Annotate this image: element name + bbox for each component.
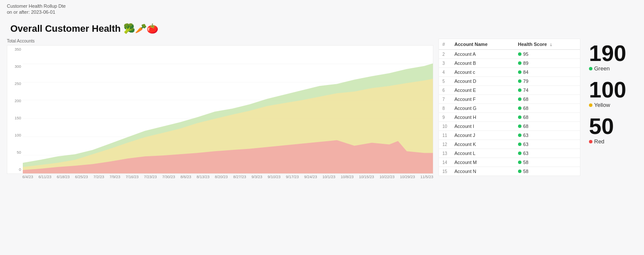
- score-dot: [518, 115, 521, 119]
- red-dot: [589, 140, 592, 143]
- stat-yellow: 100 Yellow: [589, 79, 637, 108]
- score-dot: [518, 61, 521, 65]
- table-row: 13 Account L 63: [439, 149, 580, 158]
- score-dot: [518, 52, 521, 56]
- score-dot: [518, 79, 521, 83]
- yellow-label: Yellow: [589, 102, 637, 108]
- table-row: 4 Account c 84: [439, 68, 580, 77]
- table-row: 11 Account J 63: [439, 131, 580, 140]
- red-count: 50: [589, 115, 637, 137]
- table-row: 9 Account H 68: [439, 113, 580, 122]
- table-row: 10 Account I 68: [439, 122, 580, 131]
- table-row: 12 Account K 63: [439, 140, 580, 149]
- score-dot: [518, 134, 521, 137]
- score-dot: [518, 70, 521, 74]
- score-dot: [518, 106, 521, 110]
- filter-text: on or after: 2023-06-01: [0, 9, 644, 18]
- table-row: 5 Account D 79: [439, 77, 580, 86]
- table-row: 3 Account B 89: [439, 59, 580, 68]
- table-row: 7 Account F 68: [439, 95, 580, 104]
- table-row: 2 Account A 95: [439, 50, 580, 59]
- score-dot: [518, 152, 521, 155]
- yellow-dot: [589, 103, 592, 107]
- y-axis-label: Total Accounts: [7, 39, 433, 43]
- col-account: Account Name: [451, 39, 515, 50]
- chart-svg-container: [23, 46, 433, 173]
- table-row: 16 Account O 53: [439, 176, 580, 176]
- content-area: Total Accounts 0 50 100 150 200 250 300 …: [0, 39, 644, 179]
- score-dot: [518, 161, 521, 164]
- red-label: Red: [589, 138, 637, 145]
- score-dot: [518, 170, 521, 173]
- y-axis-labels: 0 50 100 150 200 250 300 350: [7, 46, 23, 173]
- stat-red: 50 Red: [589, 115, 637, 145]
- page-title: Customer Health Rollup Dte: [0, 0, 644, 9]
- col-number: #: [439, 39, 451, 50]
- table-row: 6 Account E 74: [439, 86, 580, 95]
- table-row: 15 Account N 58: [439, 167, 580, 176]
- green-count: 190: [589, 42, 637, 64]
- main-heading: Overall Customer Health 🥦🥕🍅: [0, 18, 644, 39]
- yellow-count: 100: [589, 79, 637, 101]
- score-dot: [518, 88, 521, 92]
- green-dot: [589, 67, 592, 70]
- accounts-table: # Account Name Health Score ↓ 2 Account …: [439, 39, 580, 176]
- table-row: 8 Account G 68: [439, 104, 580, 113]
- chart-container: Total Accounts 0 50 100 150 200 250 300 …: [7, 39, 433, 179]
- stat-green: 190 Green: [589, 42, 637, 72]
- x-axis-labels: 6/4/23 6/11/23 6/18/23 6/25/23 7/2/23 7/…: [22, 175, 433, 179]
- score-dot: [518, 124, 521, 128]
- table-row: 14 Account M 58: [439, 158, 580, 167]
- score-dot: [518, 143, 521, 146]
- sort-icon[interactable]: ↓: [550, 42, 552, 47]
- green-label: Green: [589, 65, 637, 72]
- stats-panel: 190 Green 100 Yellow 50 Red: [586, 39, 637, 179]
- chart-wrapper: 0 50 100 150 200 250 300 350: [7, 45, 433, 174]
- col-score: Health Score ↓: [515, 39, 580, 50]
- score-dot: [518, 97, 521, 101]
